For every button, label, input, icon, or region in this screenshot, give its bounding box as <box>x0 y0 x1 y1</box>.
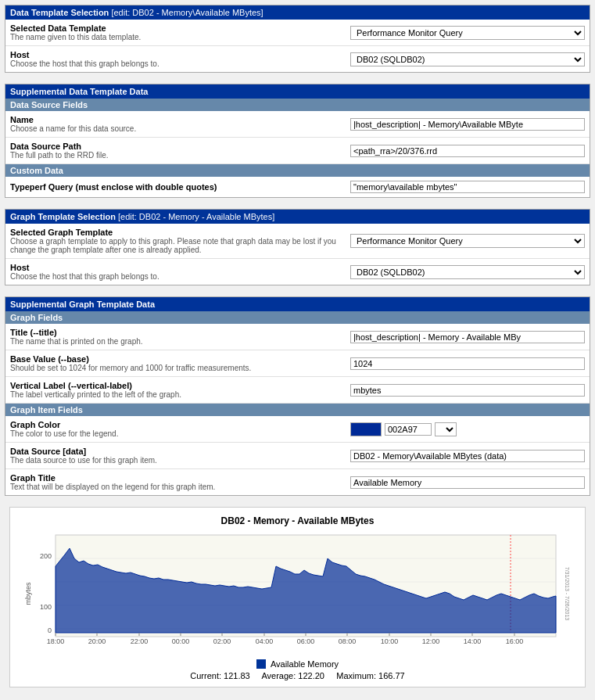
typeperf-query-title: Typeperf Query (must enclose with double… <box>10 182 341 192</box>
graph-fields-label: Graph Fields <box>10 313 63 322</box>
svg-text:0: 0 <box>47 626 51 634</box>
data-template-host-input[interactable]: DB02 (SQLDB02) <box>346 51 590 68</box>
data-source-path-title: Data Source Path <box>10 142 341 151</box>
vertical-label-label-col: Vertical Label (--vertical-label) The la… <box>5 379 346 400</box>
graph-color-input-col[interactable]: ▼ <box>346 421 590 438</box>
supplemental-graph-header: Supplemental Graph Template Data <box>5 297 590 311</box>
data-template-host-select[interactable]: DB02 (SQLDB02) <box>350 52 585 66</box>
data-source-fields-header: Data Source Fields <box>5 99 590 111</box>
typeperf-query-label-col: Typeperf Query (must enclose with double… <box>5 181 346 193</box>
selected-data-template-row: Selected Data Template The name given to… <box>5 20 590 46</box>
svg-text:22:00: 22:00 <box>130 637 148 645</box>
svg-text:04:00: 04:00 <box>255 637 273 645</box>
selected-graph-template-label-col: Selected Graph Template Choose a graph t… <box>5 226 346 256</box>
graph-template-host-title: Host <box>10 263 341 272</box>
vertical-label-input-col[interactable] <box>346 382 590 398</box>
graph-template-title: Graph Template Selection <box>10 212 116 221</box>
graph-template-host-label-col: Host Choose the host that this graph bel… <box>5 261 346 282</box>
data-source-input[interactable] <box>350 450 585 462</box>
graph-title-desc: The name that is printed on the graph. <box>10 337 341 346</box>
data-template-title: Data Template Selection <box>10 8 109 17</box>
data-template-host-row: Host Choose the host that this graph bel… <box>5 46 590 72</box>
data-source-input-col[interactable] <box>346 448 590 464</box>
name-title: Name <box>10 115 341 124</box>
base-value-input[interactable] <box>350 357 585 370</box>
average-value: 122.20 <box>298 671 324 680</box>
color-box <box>350 422 382 436</box>
data-source-title: Data Source [data] <box>10 447 341 456</box>
svg-text:08:00: 08:00 <box>338 637 356 645</box>
supplemental-graph-title: Supplemental Graph Template Data <box>10 300 155 309</box>
chart-legend: Available Memory <box>18 659 577 669</box>
graph-title-item-title: Graph Title <box>10 473 341 483</box>
supplemental-data-section: Supplemental Data Template Data Data Sou… <box>5 84 590 198</box>
svg-text:06:00: 06:00 <box>296 637 314 645</box>
graph-color-row: Graph Color The color to use for the leg… <box>5 416 590 443</box>
base-value-row: Base Value (--base) Should be set to 102… <box>5 350 590 377</box>
data-source-fields-label: Data Source Fields <box>10 100 88 109</box>
graph-title-item-row: Graph Title Text that will be displayed … <box>5 469 590 495</box>
graph-template-host-select[interactable]: DB02 (SQLDB02) <box>350 265 585 279</box>
supplemental-data-header: Supplemental Data Template Data <box>5 84 590 99</box>
typeperf-query-row: Typeperf Query (must enclose with double… <box>5 177 590 197</box>
chart-container: DB02 - Memory - Available MBytes 0 100 2… <box>9 507 586 687</box>
selected-data-template-title: Selected Data Template <box>10 23 341 33</box>
graph-template-host-row: Host Choose the host that this graph bel… <box>5 259 590 285</box>
selected-data-template-select[interactable]: Performance Monitor Query <box>350 26 585 40</box>
svg-text:20:00: 20:00 <box>88 637 106 645</box>
graph-title-input-col[interactable] <box>346 329 590 345</box>
typeperf-query-input[interactable] <box>350 181 585 193</box>
selected-data-template-input[interactable]: Performance Monitor Query <box>346 24 590 41</box>
custom-data-header: Custom Data <box>5 164 590 177</box>
data-source-path-input[interactable] <box>350 145 585 157</box>
color-dropdown[interactable]: ▼ <box>435 422 457 436</box>
supplemental-graph-section: Supplemental Graph Template Data Graph F… <box>5 296 590 496</box>
graph-template-edit-info: [edit: DB02 - Memory - Available MBytes] <box>118 212 274 221</box>
base-value-title: Base Value (--base) <box>10 354 341 364</box>
chart-stats: Current: 121.83 Average: 122.20 Maximum:… <box>18 671 577 680</box>
vertical-label-desc: The label vertically printed to the left… <box>10 390 341 399</box>
selected-graph-template-select[interactable]: Performance Monitor Query <box>350 234 585 248</box>
svg-text:mbytes: mbytes <box>24 582 32 605</box>
graph-fields-header: Graph Fields <box>5 311 590 324</box>
name-input[interactable] <box>350 118 585 131</box>
data-source-row: Data Source [data] The data source to us… <box>5 443 590 469</box>
graph-color-label-col: Graph Color The color to use for the leg… <box>5 418 346 440</box>
color-input[interactable] <box>385 423 432 436</box>
legend-color-box <box>256 659 266 669</box>
graph-title-item-input[interactable] <box>350 476 585 489</box>
graph-template-host-input-col[interactable]: DB02 (SQLDB02) <box>346 264 590 281</box>
vertical-label-title: Vertical Label (--vertical-label) <box>10 381 341 390</box>
selected-graph-template-input-col[interactable]: Performance Monitor Query <box>346 232 590 249</box>
graph-template-section: Graph Template Selection [edit: DB02 - M… <box>5 209 590 285</box>
typeperf-query-input-col[interactable] <box>346 179 590 195</box>
selected-graph-template-title: Selected Graph Template <box>10 228 341 237</box>
selected-graph-template-row: Selected Graph Template Choose a graph t… <box>5 224 590 259</box>
current-label: Current: <box>190 671 221 680</box>
base-value-input-col[interactable] <box>346 356 590 372</box>
chart-area: 0 100 200 mbytes 18:00 20:00 22:00 00:00 <box>18 531 577 656</box>
vertical-label-input[interactable] <box>350 384 585 397</box>
maximum-label: Maximum: <box>336 671 376 680</box>
supplemental-data-title: Supplemental Data Template Data <box>10 87 148 96</box>
graph-title-label-col: Title (--title) The name that is printed… <box>5 326 346 347</box>
svg-text:18:00: 18:00 <box>46 637 64 645</box>
average-label: Average: <box>261 671 296 680</box>
name-input-col[interactable] <box>346 117 590 132</box>
data-template-host-label: Host Choose the host that this graph bel… <box>5 48 346 70</box>
maximum-value: 166.77 <box>378 671 405 680</box>
data-source-path-input-col[interactable] <box>346 143 590 159</box>
graph-item-fields-label: Graph Item Fields <box>10 405 83 415</box>
data-template-header: Data Template Selection [edit: DB02 - Me… <box>5 5 590 20</box>
data-source-label-col: Data Source [data] The data source to us… <box>5 445 346 466</box>
base-value-label-col: Base Value (--base) Should be set to 102… <box>5 353 346 374</box>
graph-title-input[interactable] <box>350 331 585 343</box>
graph-title-field-row: Title (--title) The name that is printed… <box>5 324 590 350</box>
selected-data-template-desc: The name given to this data template. <box>10 33 341 41</box>
data-template-section: Data Template Selection [edit: DB02 - Me… <box>5 5 590 73</box>
svg-text:200: 200 <box>39 552 51 560</box>
svg-text:10:00: 10:00 <box>380 637 398 645</box>
svg-text:7/31/2013 - 7/26/2013: 7/31/2013 - 7/26/2013 <box>565 567 570 621</box>
svg-text:100: 100 <box>39 603 51 611</box>
graph-title-item-input-col[interactable] <box>346 475 590 490</box>
